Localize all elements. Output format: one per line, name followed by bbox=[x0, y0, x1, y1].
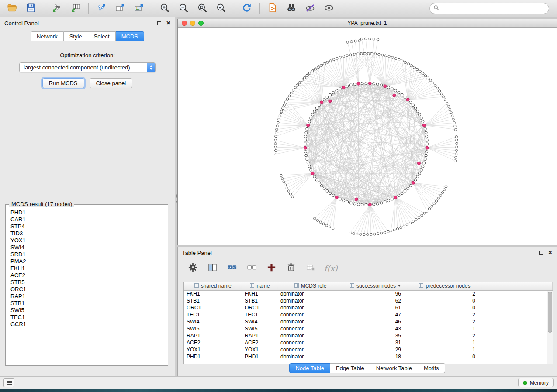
table-cell[interactable]: dominator bbox=[278, 353, 343, 360]
table-cell[interactable]: 47 bbox=[343, 311, 408, 318]
close-table-panel-icon[interactable]: × bbox=[548, 250, 552, 255]
table-row[interactable]: ORC1ORC1dominator610 bbox=[184, 304, 553, 311]
table-cell[interactable]: 43 bbox=[343, 325, 408, 332]
table-cell[interactable]: 18 bbox=[343, 353, 408, 360]
table-tab-edge-table[interactable]: Edge Table bbox=[330, 363, 370, 373]
table-cell[interactable]: 35 bbox=[343, 332, 408, 339]
window-minimize-button[interactable] bbox=[190, 21, 195, 26]
deselect-all-columns-button[interactable] bbox=[246, 262, 258, 274]
zoom-in-button[interactable] bbox=[157, 2, 173, 16]
table-row[interactable]: YOX1YOX1connector291 bbox=[184, 346, 553, 353]
mcds-result-item[interactable]: CAR1 bbox=[7, 216, 166, 223]
table-cell[interactable]: connector bbox=[278, 311, 343, 318]
float-panel-icon[interactable] bbox=[157, 21, 161, 25]
mcds-result-item[interactable]: SWI4 bbox=[7, 244, 166, 251]
show-all-button[interactable] bbox=[321, 2, 337, 16]
table-cell[interactable]: ACE2 bbox=[242, 339, 278, 346]
table-cell[interactable]: SWI4 bbox=[184, 318, 242, 325]
table-cell[interactable]: 2 bbox=[408, 332, 482, 339]
tab-mcds[interactable]: MCDS bbox=[116, 31, 144, 41]
delete-column-button[interactable] bbox=[285, 262, 297, 274]
mcds-result-item[interactable]: GCR1 bbox=[7, 321, 166, 328]
table-cell[interactable]: dominator bbox=[278, 290, 343, 297]
table-cell[interactable]: FKH1 bbox=[184, 290, 242, 297]
column-header-MCDS-role[interactable]: MCDS role bbox=[278, 282, 343, 290]
mcds-result-item[interactable]: SWI5 bbox=[7, 307, 166, 314]
mcds-result-item[interactable]: ACE2 bbox=[7, 272, 166, 279]
mcds-result-item[interactable]: FKH1 bbox=[7, 265, 166, 272]
table-cell[interactable]: SWI5 bbox=[184, 325, 242, 332]
table-cell[interactable]: ORC1 bbox=[184, 304, 242, 311]
table-cell[interactable]: RAP1 bbox=[184, 332, 242, 339]
table-cell[interactable]: 96 bbox=[343, 290, 408, 297]
table-row[interactable]: FKH1FKH1dominator962 bbox=[184, 290, 553, 297]
import-network-button[interactable] bbox=[49, 2, 65, 16]
table-cell[interactable]: PHD1 bbox=[242, 353, 278, 360]
table-row[interactable]: ACE2ACE2connector311 bbox=[184, 339, 553, 346]
mcds-result-item[interactable]: TID3 bbox=[7, 230, 166, 237]
table-settings-button[interactable] bbox=[187, 262, 199, 274]
mcds-result-item[interactable]: ORC1 bbox=[7, 286, 166, 293]
close-mcds-panel-button[interactable]: Close panel bbox=[90, 78, 133, 88]
table-tab-network-table[interactable]: Network Table bbox=[370, 363, 418, 373]
column-header-successor-nodes[interactable]: successor nodes bbox=[343, 282, 408, 290]
table-cell[interactable]: ACE2 bbox=[184, 339, 242, 346]
table-row[interactable]: SWI5SWI5connector431 bbox=[184, 325, 553, 332]
table-cell[interactable]: SWI5 bbox=[242, 325, 278, 332]
table-row[interactable]: RAP1RAP1dominator352 bbox=[184, 332, 553, 339]
mcds-result-item[interactable]: SRD1 bbox=[7, 251, 166, 258]
table-cell[interactable]: YOX1 bbox=[242, 346, 278, 353]
memory-button[interactable]: Memory bbox=[518, 378, 554, 387]
create-column-button[interactable] bbox=[265, 262, 277, 274]
float-table-panel-icon[interactable] bbox=[539, 251, 543, 255]
mcds-result-item[interactable]: YOX1 bbox=[7, 237, 166, 244]
table-cell[interactable]: TEC1 bbox=[184, 311, 242, 318]
table-cell[interactable]: FKH1 bbox=[242, 290, 278, 297]
table-cell[interactable]: 1 bbox=[408, 339, 482, 346]
scrollbar-thumb[interactable] bbox=[548, 292, 552, 333]
table-cell[interactable]: 1 bbox=[408, 346, 482, 353]
mcds-result-item[interactable]: STP4 bbox=[7, 223, 166, 230]
table-cell[interactable]: STB1 bbox=[184, 297, 242, 304]
tab-select[interactable]: Select bbox=[88, 31, 116, 41]
tab-style[interactable]: Style bbox=[64, 31, 88, 41]
mcds-result-item[interactable]: STB5 bbox=[7, 279, 166, 286]
mcds-result-list[interactable]: PHD1CAR1STP4TID3YOX1SWI4SRD1PMA2FKH1ACE2… bbox=[7, 209, 166, 364]
table-cell[interactable]: connector bbox=[278, 346, 343, 353]
window-close-button[interactable] bbox=[182, 21, 187, 26]
save-session-button[interactable] bbox=[23, 2, 39, 16]
table-row[interactable]: TEC1TEC1connector472 bbox=[184, 311, 553, 318]
splitter-collapse-icon[interactable] bbox=[175, 194, 177, 198]
table-cell[interactable]: 31 bbox=[343, 339, 408, 346]
table-cell[interactable]: dominator bbox=[278, 332, 343, 339]
table-cell[interactable]: SWI4 bbox=[242, 318, 278, 325]
table-cell[interactable]: dominator bbox=[278, 297, 343, 304]
table-cell[interactable]: 2 bbox=[408, 311, 482, 318]
table-row[interactable]: STB1STB1dominator620 bbox=[184, 297, 553, 304]
search-input[interactable] bbox=[442, 6, 545, 12]
mcds-result-item[interactable]: PMA2 bbox=[7, 258, 166, 265]
column-header-predecessor-nodes[interactable]: predecessor nodes bbox=[408, 282, 482, 290]
column-header-shared-name[interactable]: shared name bbox=[184, 282, 242, 290]
table-tab-node-table[interactable]: Node Table bbox=[289, 363, 330, 373]
zoom-fit-button[interactable] bbox=[194, 2, 210, 16]
table-cell[interactable]: ORC1 bbox=[242, 304, 278, 311]
table-cell[interactable]: RAP1 bbox=[242, 332, 278, 339]
zoom-out-button[interactable] bbox=[176, 2, 191, 16]
window-maximize-button[interactable] bbox=[198, 21, 204, 26]
tab-network[interactable]: Network bbox=[31, 31, 64, 41]
table-cell[interactable]: 0 bbox=[408, 304, 482, 311]
zoom-selected-button[interactable] bbox=[213, 2, 229, 16]
table-cell[interactable]: 46 bbox=[343, 318, 408, 325]
select-all-columns-button[interactable] bbox=[226, 262, 238, 274]
open-file-button[interactable] bbox=[4, 2, 20, 16]
optimization-criterion-select[interactable]: largest connected component (undirected) bbox=[19, 62, 156, 72]
table-cell[interactable]: dominator bbox=[278, 304, 343, 311]
table-cell[interactable]: connector bbox=[278, 325, 343, 332]
table-cell[interactable]: 61 bbox=[343, 304, 408, 311]
table-cell[interactable]: 0 bbox=[408, 353, 482, 360]
table-cell[interactable]: 29 bbox=[343, 346, 408, 353]
search-network-button[interactable] bbox=[284, 2, 299, 16]
table-cell[interactable]: YOX1 bbox=[184, 346, 242, 353]
table-row[interactable]: PHD1PHD1dominator180 bbox=[184, 353, 553, 360]
